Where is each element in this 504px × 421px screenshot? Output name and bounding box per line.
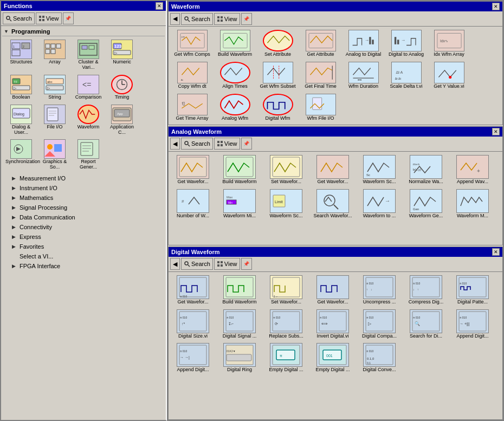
list-item[interactable]: ⟷ Wfm Duration — [343, 61, 384, 90]
list-item[interactable]: Synchronization — [5, 138, 37, 171]
list-item[interactable]: π 010 Digital Patte... — [450, 274, 495, 306]
list-item[interactable]: abc▷ String — [39, 74, 70, 101]
list-item[interactable]: Digital Wfm — [257, 93, 298, 122]
list-item[interactable]: App Application C... — [106, 103, 138, 137]
list-item[interactable]: π 010↓↑ Compress Dig... — [404, 274, 448, 306]
sidebar-item-fpga[interactable]: ▶ FPGA Interface — [2, 261, 165, 271]
list-item[interactable]: + Append Wav... — [450, 154, 495, 186]
waveform-pin-button[interactable]: 📌 — [241, 13, 252, 25]
svg-rect-111 — [217, 264, 219, 267]
list-item[interactable]: Wfm File I/O — [300, 93, 341, 122]
left-search-button[interactable]: Search — [3, 12, 35, 24]
list-item[interactable]: m+nb(x,y) Normalize Wa... — [404, 154, 448, 186]
list-item[interactable]: Δt·AΔt Δt Scale Delta t.vi — [386, 61, 427, 90]
list-item[interactable]: MaxMin Waveform Mi... — [217, 188, 262, 220]
waveform-close-button[interactable]: ✕ — [492, 3, 500, 10]
list-item[interactable]: → Waveform to ... — [357, 188, 402, 220]
list-item[interactable]: Limit Waveform Sc... — [264, 188, 308, 220]
list-item[interactable]: → Digital to Analog — [386, 29, 427, 59]
list-item[interactable]: # Number of W... — [171, 188, 215, 220]
list-item[interactable]: ≡π Get Wfm Comps — [172, 29, 212, 59]
list-item[interactable]: π 0100.1,00,1 Digital Conve... — [357, 342, 402, 374]
digital-pin-button[interactable]: 📌 — [241, 258, 252, 270]
list-item[interactable]: → Analog to Digital — [343, 29, 384, 59]
list-item[interactable]: Get Wavefor... — [171, 154, 215, 186]
list-item[interactable]: π 010▷ Digital Compa... — [357, 308, 402, 340]
list-item[interactable]: Idx∿ Idx Wfm Array — [429, 29, 469, 59]
list-item[interactable]: π 010↑↓ Uncompress ... — [357, 274, 402, 306]
list-item[interactable]: π 010⟳ Replace Subs... — [264, 308, 308, 340]
list-item[interactable]: Array — [39, 38, 70, 72]
list-item[interactable]: π 010⟺ Invert Digital.vi — [311, 308, 355, 340]
list-item[interactable]: 12 Structures — [5, 38, 37, 72]
list-item[interactable]: Waveform — [73, 103, 104, 137]
list-item[interactable]: Cluster & Vari... — [73, 38, 104, 72]
list-item[interactable]: ↧ ⌐ Set Wavefor... — [264, 274, 308, 306]
list-item[interactable]: ∿ Set Attribute — [257, 29, 298, 59]
svg-rect-12 — [51, 44, 55, 48]
svg-rect-15 — [51, 49, 55, 54]
list-item[interactable]: Get Wavefor... — [311, 154, 355, 186]
list-item[interactable]: [t] Align Times — [215, 61, 255, 90]
list-item[interactable]: Build Waveform — [217, 154, 262, 186]
list-item[interactable]: π 010↑* Digital Size.vi — [171, 308, 215, 340]
list-item[interactable]: Set Wavefor... — [264, 154, 308, 186]
list-item[interactable]: <= Comparison — [73, 74, 104, 101]
sidebar-item-measurement[interactable]: ▶ Measurement I/O — [2, 173, 165, 183]
left-view-button[interactable]: View — [36, 12, 62, 24]
analog-view-button[interactable]: View — [214, 138, 240, 150]
list-item[interactable]: Build Waveform — [217, 274, 262, 306]
list-item[interactable]: Get Attribute — [300, 29, 341, 59]
list-item[interactable]: ∿ Analog Wfm — [215, 93, 255, 122]
analog-back-button[interactable]: ◀ — [170, 138, 180, 150]
list-item[interactable]: Report Gener... — [73, 138, 104, 171]
sidebar-item-selectvi[interactable]: Select a VI... — [2, 251, 165, 261]
list-item[interactable]: Waveform M... — [450, 188, 495, 220]
list-item[interactable]: Get Y Value.vi — [429, 61, 469, 90]
list-item[interactable]: 001 Empty Digital ... — [311, 342, 355, 374]
digital-search-button[interactable]: Search — [181, 258, 213, 270]
sidebar-item-mathematics[interactable]: ▶ Mathematics — [2, 193, 165, 203]
list-item[interactable]: π 010→ +||| Append Digit... — [450, 308, 495, 340]
analog-pin-button[interactable]: 📌 — [241, 138, 252, 150]
digital-view-button[interactable]: View — [214, 258, 240, 270]
list-item[interactable]: Build Waveform — [215, 29, 255, 59]
digital-back-button[interactable]: ◀ — [170, 258, 180, 270]
list-item[interactable]: Graphics & So... — [39, 138, 70, 171]
sidebar-item-datacomm[interactable]: ▶ Data Communication — [2, 212, 165, 222]
digital-waveform-close-button[interactable]: ✕ — [492, 248, 500, 256]
sidebar-item-connectivity[interactable]: ▶ Connectivity — [2, 222, 165, 232]
list-item[interactable]: Get Wfm Subset — [257, 61, 298, 90]
list-item[interactable]: Get Wavefor... — [311, 274, 355, 306]
digital-ring-label: Digital Ring — [227, 367, 252, 373]
list-item[interactable]: Gen Waveform Ge... — [404, 188, 448, 220]
analog-waveform-close-button[interactable]: ✕ — [492, 128, 500, 135]
list-item[interactable]: TF▷ Boolean — [5, 74, 37, 101]
left-panel-close-button[interactable]: ✕ — [156, 2, 163, 10]
analog-search-button[interactable]: Search — [181, 138, 213, 150]
list-item[interactable]: π Empty Digital ... — [264, 342, 308, 374]
list-item[interactable]: Timing — [106, 74, 138, 101]
list-item[interactable]: 123▷ Numeric — [106, 38, 138, 72]
list-item[interactable]: Δt Copy Wfm dt — [172, 61, 212, 90]
list-item[interactable]: 01X2▼ Digital Ring — [217, 342, 262, 374]
list-item[interactable]: Dialog Dialog & User... — [5, 103, 37, 137]
list-item[interactable]: Sc Waveform Sc... — [357, 154, 402, 186]
waveform-view-button[interactable]: View — [214, 13, 240, 25]
waveform-search-button[interactable]: Search — [181, 13, 213, 25]
sidebar-item-instrument[interactable]: ▶ Instrument I/O — [2, 183, 165, 193]
list-item[interactable]: Search Wavefor... — [311, 188, 355, 220]
list-item[interactable]: π 010→ →| Append Digit... — [171, 342, 215, 374]
waveform-back-button[interactable]: ◀ — [170, 13, 180, 25]
list-item[interactable]: π 010↧⌐ Digital Signal ... — [217, 308, 262, 340]
list-item[interactable]: π 010 Get Wavefor... — [171, 274, 215, 306]
sidebar-item-signal[interactable]: ▶ Signal Processing — [2, 203, 165, 212]
sidebar-item-express[interactable]: ▶ Express — [2, 232, 165, 242]
list-item[interactable]: π 010🔍 Search for Di... — [404, 308, 448, 340]
programming-section-header[interactable]: ▼ Programming — [2, 27, 165, 36]
sidebar-item-favorites[interactable]: ▶ Favorites — [2, 242, 165, 251]
list-item[interactable]: t[] Get Time Array — [172, 93, 212, 122]
list-item[interactable]: File I/O — [39, 103, 70, 137]
list-item[interactable]: Get Final Time — [300, 61, 341, 90]
left-pin-button[interactable]: 📌 — [63, 12, 74, 24]
